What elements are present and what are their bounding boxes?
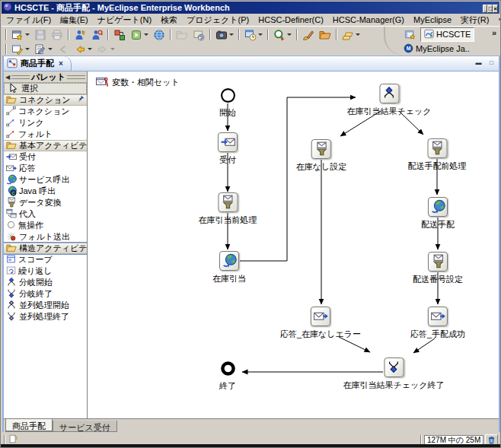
menu-item[interactable]: ファイル(F) (2, 14, 56, 27)
palette-item-fault-tool[interactable]: フォルト (4, 129, 87, 140)
menu-item[interactable]: 編集(E) (56, 14, 93, 27)
brush-icon-button[interactable] (300, 28, 317, 42)
run-garbage-collector-button[interactable] (485, 434, 498, 445)
perspective-button-hcscte[interactable]: HCSCTE (420, 27, 474, 42)
menu-item[interactable]: プロジェクト(P) (182, 14, 254, 27)
search-java2-icon-button[interactable] (88, 28, 105, 42)
flow-canvas[interactable]: 変数・相関セット 開始受付在庫引当前処理在庫引当在庫引当結果チェック在庫なし設定… (88, 71, 499, 418)
back-icon-button[interactable] (72, 43, 94, 56)
palette-item-java-call-tool[interactable]: CJava 呼出 (4, 186, 87, 197)
deploy-icon-button[interactable] (111, 28, 128, 42)
page-tab-service-uketsuke[interactable]: サービス受付 (53, 421, 117, 432)
palette-item-category-connection[interactable]: コネクション (4, 94, 87, 106)
flow-node-delivery-arrange[interactable]: 配送手配 (421, 197, 455, 230)
svg-text:M: M (407, 45, 411, 50)
flow-node-stock-alloc[interactable]: 在庫引当 (212, 251, 246, 284)
maximize-view-button[interactable]: □ (487, 59, 496, 68)
close-button[interactable]: × (493, 5, 498, 13)
flow-edge-reply-success-to-join[interactable] (413, 338, 435, 353)
palette-item-parallel-end-tool[interactable]: 並列処理終了 (4, 311, 87, 322)
open-perspective-icon[interactable] (402, 27, 418, 41)
flow-node-receive[interactable]: 受付 (218, 132, 238, 166)
palette-item-loop-tool[interactable]: 繰り返し (4, 265, 87, 277)
palette-item-connection-tool[interactable]: コネクション (4, 106, 87, 117)
perspective-button-myeclipse[interactable]: M MyEclipse Ja.. (402, 43, 471, 56)
flow-node-delivery-num-set[interactable]: 配送番号設定 (413, 252, 463, 285)
palette-item-category-basic-activity[interactable]: 基本アクティビティ (4, 140, 87, 151)
node-label: 在庫引当前処理 (199, 214, 257, 226)
palette-item-link-tool[interactable]: リンク (4, 117, 87, 129)
palette-collapse-icon[interactable]: ◀ (5, 74, 10, 81)
flow-node-stock-check-branch-end[interactable]: 在庫引当結果チェック終了 (343, 357, 444, 391)
close-tab-icon[interactable]: × (57, 59, 63, 68)
palette-item-throw-fault-tool[interactable]: フォルト送出 (4, 231, 87, 243)
editor-tab-shohin-tehai[interactable]: 商品手配 × (4, 56, 72, 71)
toolbar-separator (170, 29, 171, 40)
dropdown-arrow-icon[interactable] (356, 33, 360, 36)
folder-orange-icon-button[interactable] (317, 28, 333, 42)
palette-item-service-call-tool[interactable]: サービス呼出 (4, 174, 87, 186)
flow-node-stock-check-branch[interactable]: 在庫引当結果チェック (346, 84, 431, 117)
dropdown-arrow-icon[interactable] (25, 48, 30, 50)
palette-item-data-transform-tool[interactable]: データ変換 (4, 197, 87, 208)
node-label: 応答_在庫なしエラー (280, 329, 361, 340)
flow-node-delivery-pre[interactable]: 配送手配前処理 (408, 138, 467, 172)
palette-item-noop-tool[interactable]: 無操作 (4, 220, 87, 231)
pencil-window-icon-button[interactable] (9, 43, 32, 56)
palette-item-label: 基本アクティビティ (19, 140, 87, 151)
web-icon-button[interactable] (151, 28, 168, 42)
menu-item[interactable]: 実行(R) (456, 14, 493, 27)
dropdown-arrow-icon[interactable] (25, 33, 30, 36)
flow-edge-alloc-to-check[interactable] (240, 97, 356, 261)
node-label: 配送手配前処理 (408, 160, 467, 172)
flow-node-reply-success[interactable]: 応答_手配成功 (410, 307, 465, 340)
camera-icon-button[interactable] (213, 28, 236, 42)
menu-item[interactable]: 検索 (156, 14, 182, 27)
dropdown-arrow-icon[interactable] (88, 48, 92, 50)
palette-item-branch-start-tool[interactable]: 分岐開始 (4, 277, 87, 288)
flow-node-stock-alloc-pre[interactable]: 在庫引当前処理 (199, 192, 257, 226)
flow-node-no-stock-set[interactable]: 在庫なし設定 (296, 139, 347, 173)
menu-item[interactable]: MyEclipse (409, 14, 456, 25)
palette-item-category-structure-activity[interactable]: 構造アクティビティ (4, 243, 87, 254)
quality-run-icon-button[interactable] (271, 28, 294, 42)
forward-disabled-icon (97, 43, 109, 56)
dropdown-arrow-icon[interactable] (258, 33, 263, 36)
palette-item-assign-tool[interactable]: 代入 (4, 208, 87, 220)
palette-item-parallel-start-tool[interactable]: 並列処理開始 (4, 300, 87, 311)
minimize-view-button[interactable]: ▬ (474, 59, 483, 68)
search-java-icon-button[interactable] (72, 28, 88, 42)
open-folder-icon (6, 94, 17, 106)
dropdown-arrow-icon[interactable] (287, 33, 292, 36)
clock-window-icon-button[interactable] (242, 28, 265, 42)
palette-item-scope-tool[interactable]: スコープ (4, 254, 87, 265)
window-title: HCSCTE - 商品手配 - MyEclipse Enterprise Wor… (14, 2, 480, 14)
annotation-icon-button[interactable] (32, 43, 55, 56)
variables-correlation-sets-button[interactable]: 変数・相関セット (96, 76, 180, 89)
menu-item[interactable]: HCSC-Manager(G) (328, 14, 409, 25)
dropdown-arrow-icon[interactable] (144, 33, 148, 36)
dropdown-arrow-icon[interactable] (48, 48, 53, 50)
menu-item[interactable]: ウィンドウ(W) (493, 14, 501, 27)
flow-node-start[interactable]: 開始 (219, 87, 236, 119)
menu-item[interactable]: HCSC-Definer(C) (254, 14, 328, 25)
palette-item-branch-end-tool[interactable]: 分岐終了 (4, 288, 87, 300)
refresh-icon-button[interactable] (190, 28, 207, 42)
data-transform-icon (314, 141, 328, 157)
page-tab-shohin-tehai[interactable]: 商品手配 (5, 419, 53, 432)
dropdown-arrow-icon[interactable] (110, 48, 115, 50)
flow-node-end[interactable]: 終了 (219, 361, 236, 392)
run-icon-button[interactable] (128, 28, 151, 42)
node-icon-frame (379, 84, 399, 103)
palette-item-receive-tool[interactable]: 受付 (4, 151, 87, 163)
folder-copy-icon-button[interactable] (340, 28, 362, 42)
menu-item[interactable]: ナビゲート(N) (93, 14, 156, 27)
new-wizard-icon-button[interactable] (9, 28, 32, 42)
palette-item-select-tool[interactable]: 選択 (4, 83, 87, 94)
palette-item-reply-tool[interactable]: 応答 (4, 163, 87, 174)
perspective-overflow-chevron[interactable]: » (492, 28, 496, 37)
dropdown-arrow-icon[interactable] (229, 33, 234, 36)
pin-icon[interactable] (77, 95, 85, 105)
svg-text:C: C (11, 189, 15, 195)
flow-node-reply-no-stock-error[interactable]: 応答_在庫なしエラー (280, 307, 361, 340)
